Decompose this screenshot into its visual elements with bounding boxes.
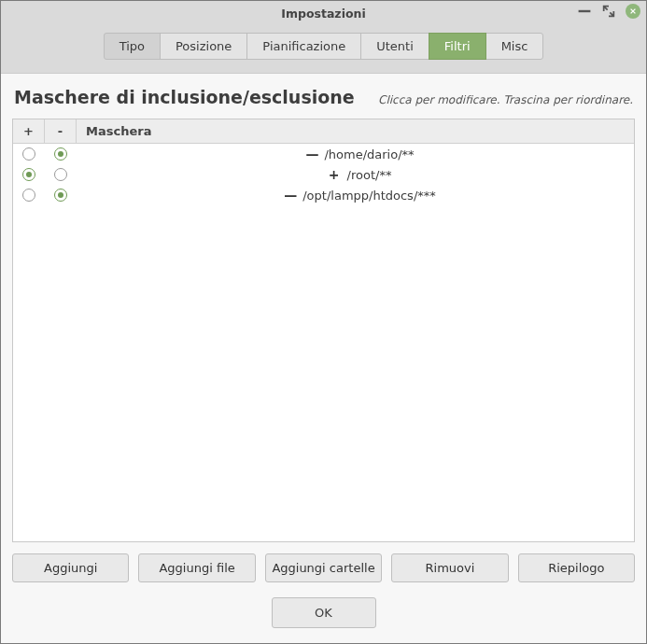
include-radio[interactable] xyxy=(13,168,45,181)
add-file-button[interactable]: Aggiungi file xyxy=(138,553,255,582)
page-heading: Maschere di inclusione/esclusione xyxy=(14,87,355,107)
minus-icon: — xyxy=(305,147,316,161)
add-folders-button[interactable]: Aggiungi cartelle xyxy=(265,553,382,582)
dialog-buttons: OK xyxy=(1,594,646,643)
tab-tipo[interactable]: Tipo xyxy=(104,33,161,60)
col-include[interactable]: + xyxy=(13,119,45,143)
pattern-cell[interactable]: +/root/** xyxy=(77,167,634,182)
tab-utenti[interactable]: Utenti xyxy=(360,33,429,60)
tab-misc[interactable]: Misc xyxy=(485,33,544,60)
grid-body: —/home/dario/**+/root/**—/opt/lampp/htdo… xyxy=(13,144,634,541)
minimize-button[interactable] xyxy=(577,4,592,19)
action-buttons: Aggiungi Aggiungi file Aggiungi cartelle… xyxy=(1,542,646,594)
settings-window: Impostazioni TipoPosizionePianificazione… xyxy=(0,0,647,644)
pattern-text: /opt/lampp/htdocs/*** xyxy=(302,189,436,203)
pattern-text: /root/** xyxy=(347,168,392,182)
content-area: Maschere di inclusione/esclusione Clicca… xyxy=(1,73,646,643)
exclude-radio[interactable] xyxy=(45,189,77,202)
pattern-cell[interactable]: —/home/dario/** xyxy=(77,147,634,161)
pattern-cell[interactable]: —/opt/lampp/htdocs/*** xyxy=(77,188,634,203)
summary-button[interactable]: Riepilogo xyxy=(518,553,635,582)
col-mask[interactable]: Maschera xyxy=(77,119,634,143)
pattern-grid: + - Maschera —/home/dario/**+/root/**—/o… xyxy=(12,119,635,542)
ok-button[interactable]: OK xyxy=(272,597,376,628)
window-title: Impostazioni xyxy=(281,7,365,21)
include-radio[interactable] xyxy=(13,189,45,202)
plus-icon: + xyxy=(329,167,340,182)
minus-icon: — xyxy=(284,188,295,203)
tab-pianificazione[interactable]: Pianificazione xyxy=(246,33,361,60)
titlebar: Impostazioni xyxy=(1,1,646,25)
tab-posizione[interactable]: Posizione xyxy=(160,33,247,60)
grid-header: + - Maschera xyxy=(13,119,634,144)
table-row[interactable]: +/root/** xyxy=(13,164,634,185)
table-row[interactable]: —/opt/lampp/htdocs/*** xyxy=(13,185,634,205)
tabbar: TipoPosizionePianificazioneUtentiFiltriM… xyxy=(1,25,646,73)
include-radio[interactable] xyxy=(13,147,45,161)
exclude-radio[interactable] xyxy=(45,168,77,181)
remove-button[interactable]: Rimuovi xyxy=(391,553,508,582)
pattern-text: /home/dario/** xyxy=(324,147,414,161)
hint-text: Clicca per modificare. Trascina per rior… xyxy=(378,93,633,106)
window-controls xyxy=(577,4,640,19)
close-button[interactable] xyxy=(626,4,640,19)
header-row: Maschere di inclusione/esclusione Clicca… xyxy=(1,74,646,119)
col-exclude[interactable]: - xyxy=(45,119,77,143)
add-button[interactable]: Aggiungi xyxy=(12,553,129,582)
exclude-radio[interactable] xyxy=(45,147,77,161)
tab-filtri[interactable]: Filtri xyxy=(429,33,486,60)
maximize-button[interactable] xyxy=(601,4,616,19)
table-row[interactable]: —/home/dario/** xyxy=(13,144,634,164)
